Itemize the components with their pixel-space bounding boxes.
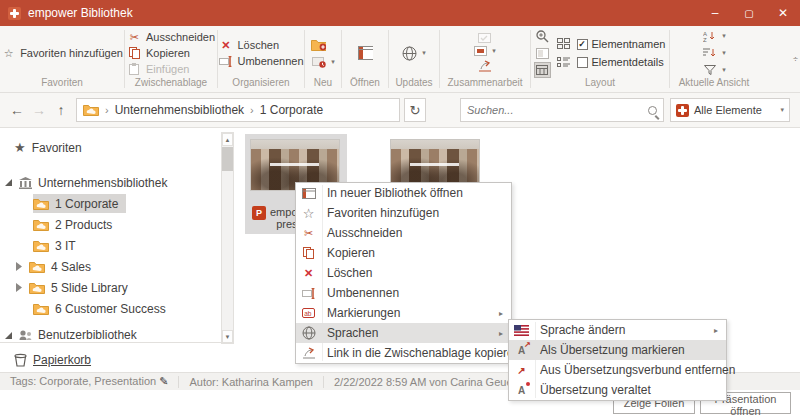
sidebar-item-folder-selected[interactable]: 1 Corporate	[33, 194, 126, 213]
titlebar: empower Bibliothek – ▢ ✕	[0, 0, 800, 26]
slides-button[interactable]: ▾	[474, 46, 496, 56]
menu-item-copy[interactable]: Kopieren	[296, 243, 511, 263]
breadcrumb-root[interactable]: Unternehmensbibliothek	[115, 103, 244, 117]
sidebar-item-folder[interactable]: 2 Products	[33, 215, 112, 234]
sidebar-item-folder[interactable]: 3 IT	[33, 236, 76, 255]
element-names-checkbox[interactable]: ✓ Elementnamen	[577, 36, 666, 52]
element-names-label: Elementnamen	[592, 38, 666, 50]
copy-button[interactable]: Kopieren	[123, 45, 219, 61]
cut-button[interactable]: ✂ Ausschneiden	[123, 29, 219, 45]
tree-collapsed-icon[interactable]	[14, 283, 23, 292]
user-library-icon	[19, 329, 32, 341]
element-details-checkbox[interactable]: Elementdetails	[577, 54, 666, 70]
list-view-icon[interactable]	[556, 56, 571, 70]
tile-view-icon[interactable]	[556, 37, 571, 51]
checkbox-unchecked-icon	[577, 57, 588, 68]
menu-item-languages[interactable]: Sprachen ▸	[296, 323, 511, 343]
menu-item-rename[interactable]: Umbenennen	[296, 283, 511, 303]
minimize-button[interactable]: –	[698, 0, 732, 26]
submenu-item-change-language[interactable]: Sprache ändern ▸	[509, 320, 726, 340]
ribbon-group-open: Öffnen	[342, 26, 388, 92]
rename-button[interactable]: Umbenennen	[214, 53, 307, 69]
sort-order-button[interactable]: ▾	[702, 46, 726, 60]
library-building-icon	[19, 177, 32, 189]
menu-item-delete[interactable]: ✕ Löschen	[296, 263, 511, 283]
filter-button[interactable]: ▾	[702, 63, 726, 77]
menu-item-add-favorites[interactable]: ☆ Favoriten hinzufügen	[296, 203, 511, 223]
back-button[interactable]: ←	[6, 102, 28, 118]
sidebar-item-company-library[interactable]: Unternehmensbibliothek	[4, 173, 167, 192]
scroll-down-icon[interactable]: ▼	[222, 330, 233, 343]
breadcrumb[interactable]: › Unternehmensbibliothek › 1 Corporate	[76, 98, 400, 122]
group-label-clipboard: Zwischenablage	[125, 77, 217, 92]
submenu-item-translation-outdated[interactable]: A Übersetzung veraltet	[509, 380, 726, 400]
tree-expanded-icon[interactable]	[4, 179, 13, 186]
breadcrumb-current[interactable]: 1 Corporate	[260, 103, 323, 117]
open-window-icon[interactable]	[358, 46, 373, 60]
edit-pencil-icon[interactable]: ✎	[159, 375, 168, 387]
refresh-button[interactable]: ↻	[404, 98, 426, 122]
close-button[interactable]: ✕	[766, 0, 800, 26]
sidebar-item-folder[interactable]: 4 Sales	[14, 257, 91, 276]
scroll-up-icon[interactable]: ▲	[222, 133, 233, 146]
new-element-button[interactable]: ▾	[311, 55, 335, 69]
chevron-down-icon: ▾	[780, 106, 784, 114]
remove-translation-icon: ↗	[514, 363, 529, 377]
grid-view-icon[interactable]	[535, 63, 550, 77]
folder-cloud-icon	[29, 261, 45, 273]
menu-item-copy-link[interactable]: Link in die Zwischenablage kopieren	[296, 343, 511, 363]
paste-button[interactable]: Einfügen	[123, 61, 219, 77]
add-favorites-button[interactable]: ☆ Favoriten hinzufügen	[0, 45, 127, 61]
chevron-down-icon: ▾	[492, 47, 496, 55]
menu-item-open-in-new-library[interactable]: In neuer Bibliothek öffnen	[296, 183, 511, 203]
sidebar-scrollbar[interactable]: ▲ ▼	[221, 132, 234, 344]
search-input[interactable]	[467, 104, 648, 116]
status-modified: 2/22/2022 8:59 AM von Carina Geueke	[324, 376, 534, 388]
search-icon	[648, 106, 657, 115]
menu-item-cut[interactable]: ✂ Ausschneiden	[296, 223, 511, 243]
search-box[interactable]	[460, 98, 664, 122]
sidebar-item-folder[interactable]: 5 Slide Library	[14, 278, 128, 297]
folder-label: 3 IT	[55, 239, 76, 253]
sort-alpha-button[interactable]: AZ ▾	[702, 29, 726, 43]
group-label-favorites: Favoriten	[0, 77, 124, 92]
sidebar-item-folder[interactable]: 6 Customer Success	[33, 299, 166, 318]
chevron-down-icon: ▾	[722, 32, 726, 40]
updates-button[interactable]: ▾	[402, 46, 426, 60]
tree-expanded-icon[interactable]	[4, 332, 13, 339]
approval-icon[interactable]	[478, 33, 491, 43]
translation-outdated-icon: A	[514, 383, 529, 397]
folder-cloud-icon	[83, 104, 99, 116]
tree-collapsed-icon[interactable]	[14, 262, 23, 271]
share-icon[interactable]	[477, 59, 492, 73]
folder-cloud-icon	[33, 303, 49, 315]
sidebar-item-user-library[interactable]: Benutzerbibliothek	[4, 328, 137, 342]
tags-text: Tags: Corporate, Presentation	[10, 375, 156, 387]
sidebar-item-favorites[interactable]: ★ Favoriten	[14, 138, 82, 157]
submenu-item-remove-from-translation-group[interactable]: ↗ Aus Übersetzungsverbund entfernen	[509, 360, 726, 380]
slides-icon	[474, 46, 487, 56]
chevron-down-icon: ▾	[331, 58, 335, 66]
menu-item-markings[interactable]: ab Markierungen ▸	[296, 303, 511, 323]
ribbon: ☆ Favoriten hinzufügen Favoriten ✂ Aussc…	[0, 26, 800, 93]
chevron-down-icon: ▾	[722, 66, 726, 74]
folder-label: 1 Corporate	[55, 197, 118, 211]
forward-button[interactable]: →	[28, 102, 50, 118]
scrollbar-thumb[interactable]	[222, 147, 233, 171]
preview-icon[interactable]	[535, 46, 550, 60]
copy-icon	[301, 246, 316, 260]
context-menu: In neuer Bibliothek öffnen ☆ Favoriten h…	[295, 182, 512, 364]
sidebar-item-trash[interactable]: Papierkorb	[14, 350, 91, 369]
element-filter-dropdown[interactable]: Alle Elemente ▾	[670, 98, 790, 122]
submenu-item-mark-as-translation[interactable]: A↗ Als Übersetzung markieren	[509, 340, 726, 360]
up-button[interactable]: ↑	[50, 102, 72, 118]
folder-label: 4 Sales	[51, 260, 91, 274]
maximize-button[interactable]: ▢	[732, 0, 766, 26]
ribbon-overflow-icon[interactable]: ÷	[793, 54, 798, 64]
cut-label: Ausschneiden	[146, 31, 215, 43]
folder-cloud-icon	[33, 240, 49, 252]
star-icon: ☆	[301, 206, 316, 220]
new-folder-icon[interactable]	[311, 37, 326, 51]
delete-button[interactable]: ✕ Löschen	[214, 37, 307, 53]
zoom-icon[interactable]	[535, 29, 550, 43]
